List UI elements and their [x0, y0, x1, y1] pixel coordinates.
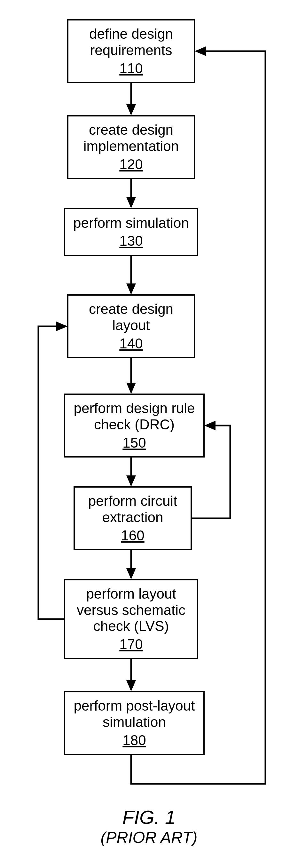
box-110-label: define designrequirements [89, 26, 173, 58]
box-140-label: create designlayout [89, 301, 173, 333]
figure-number: FIG. 1 [0, 806, 298, 828]
box-160-label: perform circuitextraction [88, 493, 177, 525]
box-150-label: perform design rulecheck (DRC) [73, 400, 195, 433]
arrow-170-140-feedback [38, 326, 66, 619]
box-130-num: 130 [119, 233, 143, 249]
box-120-num: 120 [119, 156, 143, 173]
box-120: create designimplementation 120 [67, 115, 195, 179]
figure-caption: FIG. 1 (PRIOR ART) [0, 806, 298, 847]
box-180: perform post-layoutsimulation 180 [64, 691, 205, 755]
box-130: perform simulation 130 [64, 208, 198, 256]
box-120-label: create designimplementation [84, 122, 179, 154]
box-170: perform layoutversus schematiccheck (LVS… [64, 579, 198, 659]
box-170-num: 170 [119, 637, 143, 652]
box-110: define designrequirements 110 [67, 19, 195, 83]
box-140: create designlayout 140 [67, 294, 195, 358]
box-130-label: perform simulation [73, 215, 189, 231]
box-150-num: 150 [123, 435, 146, 451]
box-160-num: 160 [121, 528, 144, 544]
box-140-num: 140 [119, 336, 143, 352]
figure-subtitle: (PRIOR ART) [0, 828, 298, 847]
box-110-num: 110 [119, 60, 143, 76]
box-180-num: 180 [123, 732, 146, 748]
flowchart-canvas: define designrequirements 110 create des… [0, 0, 298, 868]
box-180-label: perform post-layoutsimulation [73, 698, 195, 730]
box-150: perform design rulecheck (DRC) 150 [64, 394, 205, 458]
box-170-label: perform layoutversus schematiccheck (LVS… [77, 586, 186, 634]
box-160: perform circuitextraction 160 [73, 486, 192, 550]
